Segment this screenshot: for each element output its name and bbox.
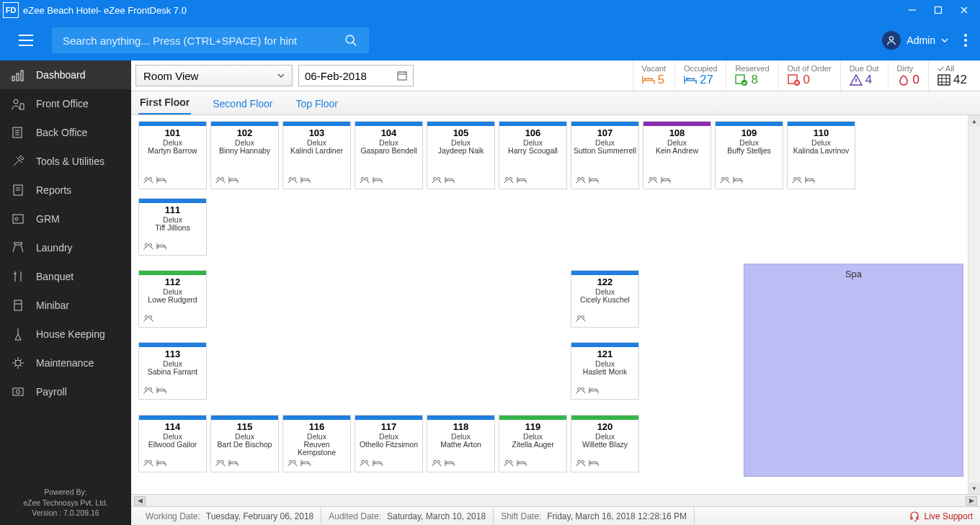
stat-outoforder[interactable]: Out of Order0 — [778, 60, 840, 91]
working-date-value: Tuesday, February 06, 2018 — [206, 511, 313, 521]
status-summary: Vacant5 Occupied27 Reserved8 Out of Orde… — [633, 60, 976, 91]
live-support-button[interactable]: Live Support — [909, 511, 973, 522]
sidebar-item-banquet[interactable]: Banquet — [0, 262, 131, 291]
tab-second-floor[interactable]: Second Floor — [211, 93, 274, 115]
sidebar-item-label: Back Office — [36, 127, 87, 138]
scroll-down-button[interactable]: ▼ — [968, 483, 980, 494]
room-card-117[interactable]: 117DeluxOthello Fitzsimon — [355, 415, 423, 472]
room-card-108[interactable]: 108DeluxKein Andrew — [643, 121, 711, 189]
sidebar-item-back-office[interactable]: Back Office — [0, 118, 131, 147]
svg-rect-14 — [20, 104, 24, 109]
room-card-103[interactable]: 103DeluxKalindi Lardiner — [282, 121, 351, 189]
chevron-down-icon — [277, 73, 285, 78]
room-status-bar — [283, 122, 350, 126]
scroll-left-button[interactable]: ◀ — [134, 496, 146, 506]
room-card-120[interactable]: 120DeluxWillette Blazy — [571, 415, 639, 472]
bed-icon — [661, 176, 671, 186]
sidebar-item-front-office[interactable]: Front Office — [0, 89, 131, 118]
sidebar-item-laundry[interactable]: Laundry — [0, 233, 131, 262]
sidebar-item-reports[interactable]: Reports — [0, 176, 131, 205]
vertical-scrollbar[interactable]: ▲▼ — [968, 115, 980, 494]
room-guest: Kalindi Lardiner — [283, 147, 350, 156]
room-card-115[interactable]: 115DeluxBart De Bischop — [210, 415, 279, 472]
svg-point-65 — [149, 243, 152, 246]
room-icons — [427, 173, 494, 189]
room-card-121[interactable]: 121DeluxHaslett Monk — [571, 342, 639, 400]
svg-point-48 — [289, 177, 292, 180]
room-card-109[interactable]: 109DeluxBuffy Stelljes — [715, 121, 783, 189]
sidebar-item-payroll[interactable]: Payroll — [0, 377, 131, 406]
svg-point-49 — [293, 177, 296, 180]
room-card-105[interactable]: 105DeluxJaydeep Naik — [427, 121, 495, 189]
stat-occupied[interactable]: Occupied27 — [674, 60, 726, 91]
user-menu[interactable]: Admin — [882, 31, 948, 50]
stat-vacant[interactable]: Vacant5 — [633, 60, 674, 91]
search-button[interactable] — [334, 28, 368, 53]
room-card-118[interactable]: 118DeluxMathe Arton — [427, 415, 495, 472]
room-card-122[interactable]: 122DeluxCicely Kuschel — [571, 270, 639, 328]
room-card-107[interactable]: 107DeluxSutton Summerrell — [571, 121, 639, 189]
sidebar-item-grm[interactable]: GRM — [0, 205, 131, 233]
menu-button[interactable] — [13, 27, 39, 53]
guests-icon — [215, 176, 226, 186]
room-guest: Mathe Arton — [427, 441, 494, 449]
svg-point-45 — [149, 177, 152, 180]
room-guest: Sutton Summerrell — [571, 147, 638, 156]
room-status-bar — [139, 343, 206, 347]
room-card-102[interactable]: 102DeluxBinny Hannaby — [210, 121, 279, 189]
room-card-116[interactable]: 116DeluxReuven Kempstone — [282, 415, 351, 472]
sidebar-item-housekeeping[interactable]: House Keeping — [0, 320, 131, 349]
more-button[interactable] — [957, 34, 974, 47]
svg-point-7 — [346, 35, 354, 43]
svg-rect-24 — [14, 300, 22, 310]
stat-all[interactable]: All42 — [928, 60, 976, 91]
room-status-bar — [139, 271, 206, 275]
sidebar-item-tools[interactable]: Tools & Utilities — [0, 147, 131, 176]
room-card-119[interactable]: 119DeluxZitella Auger — [499, 415, 567, 472]
titlebar: FD eZee Beach Hotel- eZee FrontDesk 7.0 — [0, 0, 980, 20]
room-icons — [499, 173, 566, 189]
room-card-111[interactable]: 111DeluxTiff Jillions — [138, 198, 207, 256]
room-card-113[interactable]: 113DeluxSabina Farrant — [138, 342, 207, 400]
minibar-icon — [10, 297, 26, 313]
stat-dueout[interactable]: Due Out4 — [840, 60, 888, 91]
toolbar: Room View 06-Feb-2018 Vacant5 Occupied27… — [131, 60, 980, 91]
room-icons — [139, 456, 206, 472]
bed-icon — [589, 176, 599, 186]
maximize-button[interactable] — [925, 0, 951, 20]
tab-first-floor[interactable]: First Floor — [138, 91, 191, 115]
search-input[interactable] — [53, 35, 334, 47]
tab-top-floor[interactable]: Top Floor — [295, 93, 339, 115]
close-button[interactable] — [951, 0, 977, 20]
svg-point-78 — [289, 460, 292, 463]
room-card-101[interactable]: 101DeluxMartyn Barrow — [138, 121, 207, 189]
room-icons — [355, 456, 422, 472]
room-icons — [139, 173, 206, 189]
date-picker[interactable]: 06-Feb-2018 — [298, 65, 414, 86]
room-number: 113 — [139, 349, 206, 359]
room-card-106[interactable]: 106DeluxHarry Scougall — [499, 121, 567, 189]
audited-date-value: Saturday, March 10, 2018 — [387, 511, 486, 521]
sidebar-item-label: Minibar — [36, 300, 69, 311]
stat-dirty[interactable]: Dirty0 — [888, 60, 928, 91]
minimize-button[interactable] — [899, 0, 925, 20]
room-card-104[interactable]: 104DeluxGasparo Bendell — [355, 121, 423, 189]
working-date-label: Working Date: — [146, 511, 200, 521]
sidebar-item-minibar[interactable]: Minibar — [0, 291, 131, 320]
scroll-right-button[interactable]: ▶ — [966, 496, 977, 506]
horizontal-scrollbar[interactable]: ◀ ▶ — [131, 494, 980, 506]
room-card-114[interactable]: 114DeluxEllwood Gailor — [138, 415, 207, 472]
room-card-112[interactable]: 112DeluxLowe Rudgerd — [138, 270, 207, 328]
stat-reserved[interactable]: Reserved8 — [726, 60, 778, 91]
room-card-110[interactable]: 110DeluxKalinda Lavrinov — [787, 121, 855, 189]
guests-icon — [143, 314, 153, 324]
scroll-up-button[interactable]: ▲ — [968, 115, 980, 127]
room-number: 107 — [571, 127, 638, 138]
view-select[interactable]: Room View — [135, 65, 293, 86]
spa-area[interactable]: Spa — [744, 264, 963, 477]
sidebar-item-maintenance[interactable]: Maintenance — [0, 349, 131, 377]
room-icons — [283, 173, 350, 189]
room-guest: Tiff Jillions — [139, 224, 206, 233]
sidebar-item-dashboard[interactable]: Dashboard — [0, 60, 131, 89]
svg-point-84 — [505, 460, 508, 463]
